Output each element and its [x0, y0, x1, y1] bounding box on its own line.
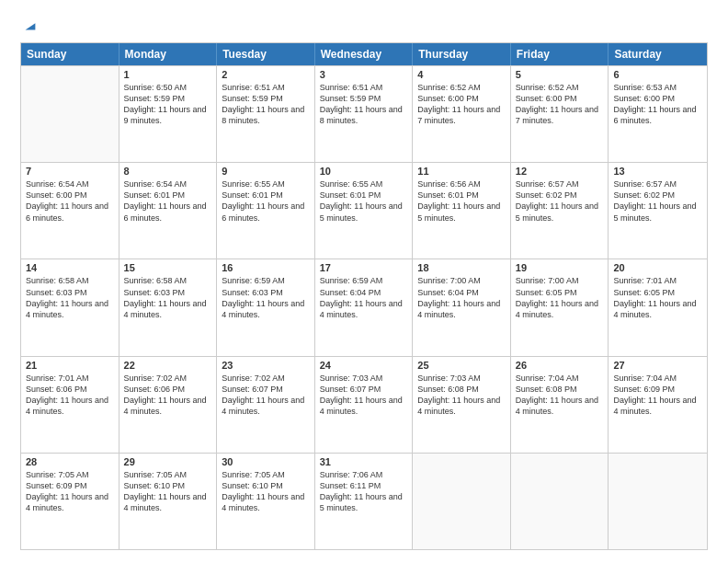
day-number: 6 — [613, 69, 702, 80]
day-number: 9 — [222, 166, 310, 177]
cell-info: Sunrise: 7:05 AMSunset: 6:10 PMDaylight:… — [222, 469, 310, 514]
day-number: 19 — [516, 262, 604, 273]
calendar-cell-3-5: 18Sunrise: 7:00 AMSunset: 6:04 PMDayligh… — [413, 259, 511, 355]
calendar-cell-1-4: 3Sunrise: 6:51 AMSunset: 5:59 PMDaylight… — [315, 66, 414, 162]
calendar-cell-2-3: 9Sunrise: 6:55 AMSunset: 6:01 PMDaylight… — [217, 163, 315, 259]
calendar-cell-2-2: 8Sunrise: 6:54 AMSunset: 6:01 PMDaylight… — [119, 163, 218, 259]
calendar-cell-2-5: 11Sunrise: 6:56 AMSunset: 6:01 PMDayligh… — [413, 163, 511, 259]
day-number: 4 — [417, 69, 506, 80]
day-number: 28 — [26, 456, 114, 467]
cell-info: Sunrise: 7:00 AMSunset: 6:05 PMDaylight:… — [516, 275, 604, 320]
cell-info: Sunrise: 6:56 AMSunset: 6:01 PMDaylight:… — [417, 178, 506, 224]
calendar-header-saturday: Saturday — [609, 43, 707, 65]
calendar-cell-3-2: 15Sunrise: 6:58 AMSunset: 6:03 PMDayligh… — [119, 259, 218, 355]
cell-info: Sunrise: 6:59 AMSunset: 6:04 PMDaylight:… — [320, 275, 408, 320]
cell-info: Sunrise: 7:02 AMSunset: 6:06 PMDaylight:… — [124, 373, 212, 418]
day-number: 1 — [124, 69, 212, 80]
cell-info: Sunrise: 7:03 AMSunset: 6:07 PMDaylight:… — [320, 373, 408, 418]
cell-info: Sunrise: 6:59 AMSunset: 6:03 PMDaylight:… — [222, 275, 310, 320]
day-number: 15 — [124, 262, 212, 273]
day-number: 7 — [26, 166, 114, 177]
calendar-header-friday: Friday — [511, 43, 609, 65]
calendar-header-monday: Monday — [119, 43, 218, 65]
cell-info: Sunrise: 6:52 AMSunset: 6:00 PMDaylight:… — [516, 82, 604, 127]
calendar-cell-1-2: 1Sunrise: 6:50 AMSunset: 5:59 PMDaylight… — [119, 66, 218, 162]
calendar-header-sunday: Sunday — [21, 43, 119, 65]
cell-info: Sunrise: 6:57 AMSunset: 6:02 PMDaylight:… — [516, 178, 604, 224]
calendar-week-2: 7Sunrise: 6:54 AMSunset: 6:00 PMDaylight… — [21, 162, 707, 259]
calendar-cell-5-6 — [511, 454, 609, 549]
calendar: SundayMondayTuesdayWednesdayThursdayFrid… — [20, 42, 708, 550]
cell-info: Sunrise: 6:55 AMSunset: 6:01 PMDaylight:… — [320, 178, 408, 224]
cell-info: Sunrise: 7:06 AMSunset: 6:11 PMDaylight:… — [320, 469, 408, 514]
day-number: 24 — [320, 360, 408, 371]
calendar-cell-5-4: 31Sunrise: 7:06 AMSunset: 6:11 PMDayligh… — [315, 454, 414, 549]
calendar-cell-2-6: 12Sunrise: 6:57 AMSunset: 6:02 PMDayligh… — [511, 163, 609, 259]
calendar-week-4: 21Sunrise: 7:01 AMSunset: 6:06 PMDayligh… — [21, 356, 707, 453]
calendar-cell-5-3: 30Sunrise: 7:05 AMSunset: 6:10 PMDayligh… — [217, 454, 315, 549]
calendar-cell-1-7: 6Sunrise: 6:53 AMSunset: 6:00 PMDaylight… — [609, 66, 707, 162]
page: SundayMondayTuesdayWednesdayThursdayFrid… — [0, 0, 728, 563]
calendar-cell-3-4: 17Sunrise: 6:59 AMSunset: 6:04 PMDayligh… — [315, 259, 414, 355]
svg-marker-0 — [26, 23, 36, 29]
calendar-cell-3-6: 19Sunrise: 7:00 AMSunset: 6:05 PMDayligh… — [511, 259, 609, 355]
cell-info: Sunrise: 6:53 AMSunset: 6:00 PMDaylight:… — [613, 82, 702, 127]
calendar-week-5: 28Sunrise: 7:05 AMSunset: 6:09 PMDayligh… — [21, 453, 707, 549]
cell-info: Sunrise: 6:52 AMSunset: 6:00 PMDaylight:… — [417, 82, 506, 127]
day-number: 13 — [613, 166, 702, 177]
calendar-cell-1-5: 4Sunrise: 6:52 AMSunset: 6:00 PMDaylight… — [413, 66, 511, 162]
calendar-cell-1-1 — [21, 66, 119, 162]
cell-info: Sunrise: 6:54 AMSunset: 6:01 PMDaylight:… — [124, 178, 212, 224]
calendar-cell-2-4: 10Sunrise: 6:55 AMSunset: 6:01 PMDayligh… — [315, 163, 414, 259]
cell-info: Sunrise: 6:58 AMSunset: 6:03 PMDaylight:… — [124, 275, 212, 320]
day-number: 5 — [516, 69, 604, 80]
calendar-header: SundayMondayTuesdayWednesdayThursdayFrid… — [21, 43, 707, 65]
day-number: 23 — [222, 360, 310, 371]
cell-info: Sunrise: 7:04 AMSunset: 6:09 PMDaylight:… — [613, 373, 702, 418]
day-number: 27 — [613, 360, 702, 371]
calendar-body: 1Sunrise: 6:50 AMSunset: 5:59 PMDaylight… — [21, 65, 707, 549]
day-number: 18 — [417, 262, 506, 273]
calendar-cell-2-1: 7Sunrise: 6:54 AMSunset: 6:00 PMDaylight… — [21, 163, 119, 259]
calendar-cell-4-2: 22Sunrise: 7:02 AMSunset: 6:06 PMDayligh… — [119, 357, 218, 453]
calendar-cell-4-1: 21Sunrise: 7:01 AMSunset: 6:06 PMDayligh… — [21, 357, 119, 453]
day-number: 17 — [320, 262, 408, 273]
calendar-week-1: 1Sunrise: 6:50 AMSunset: 5:59 PMDaylight… — [21, 65, 707, 162]
cell-info: Sunrise: 6:58 AMSunset: 6:03 PMDaylight:… — [26, 275, 114, 320]
day-number: 30 — [222, 456, 310, 467]
day-number: 22 — [124, 360, 212, 371]
day-number: 21 — [26, 360, 114, 371]
day-number: 14 — [26, 262, 114, 273]
day-number: 8 — [124, 166, 212, 177]
calendar-cell-5-1: 28Sunrise: 7:05 AMSunset: 6:09 PMDayligh… — [21, 454, 119, 549]
calendar-cell-4-5: 25Sunrise: 7:03 AMSunset: 6:08 PMDayligh… — [413, 357, 511, 453]
calendar-cell-5-5 — [413, 454, 511, 549]
calendar-header-wednesday: Wednesday — [315, 43, 414, 65]
calendar-cell-4-3: 23Sunrise: 7:02 AMSunset: 6:07 PMDayligh… — [217, 357, 315, 453]
day-number: 25 — [417, 360, 506, 371]
day-number: 2 — [222, 69, 310, 80]
day-number: 3 — [320, 69, 408, 80]
cell-info: Sunrise: 7:01 AMSunset: 6:05 PMDaylight:… — [613, 275, 702, 320]
day-number: 12 — [516, 166, 604, 177]
header — [20, 17, 708, 33]
cell-info: Sunrise: 7:03 AMSunset: 6:08 PMDaylight:… — [417, 373, 506, 418]
cell-info: Sunrise: 7:00 AMSunset: 6:04 PMDaylight:… — [417, 275, 506, 320]
calendar-cell-4-4: 24Sunrise: 7:03 AMSunset: 6:07 PMDayligh… — [315, 357, 414, 453]
calendar-cell-3-3: 16Sunrise: 6:59 AMSunset: 6:03 PMDayligh… — [217, 259, 315, 355]
day-number: 10 — [320, 166, 408, 177]
day-number: 26 — [516, 360, 604, 371]
calendar-cell-3-1: 14Sunrise: 6:58 AMSunset: 6:03 PMDayligh… — [21, 259, 119, 355]
calendar-cell-5-2: 29Sunrise: 7:05 AMSunset: 6:10 PMDayligh… — [119, 454, 218, 549]
calendar-cell-4-6: 26Sunrise: 7:04 AMSunset: 6:08 PMDayligh… — [511, 357, 609, 453]
cell-info: Sunrise: 6:55 AMSunset: 6:01 PMDaylight:… — [222, 178, 310, 224]
cell-info: Sunrise: 6:51 AMSunset: 5:59 PMDaylight:… — [320, 82, 408, 127]
day-number: 16 — [222, 262, 310, 273]
cell-info: Sunrise: 7:01 AMSunset: 6:06 PMDaylight:… — [26, 373, 114, 418]
cell-info: Sunrise: 6:51 AMSunset: 5:59 PMDaylight:… — [222, 82, 310, 127]
cell-info: Sunrise: 7:05 AMSunset: 6:10 PMDaylight:… — [124, 469, 212, 514]
cell-info: Sunrise: 6:54 AMSunset: 6:00 PMDaylight:… — [26, 178, 114, 224]
cell-info: Sunrise: 7:02 AMSunset: 6:07 PMDaylight:… — [222, 373, 310, 418]
calendar-week-3: 14Sunrise: 6:58 AMSunset: 6:03 PMDayligh… — [21, 259, 707, 355]
cell-info: Sunrise: 6:57 AMSunset: 6:02 PMDaylight:… — [613, 178, 702, 224]
